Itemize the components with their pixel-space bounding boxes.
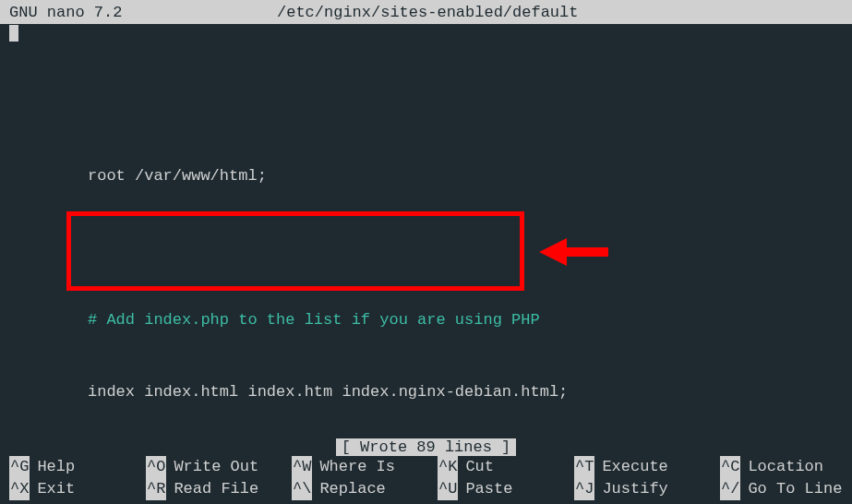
shortcut-label: Location: [748, 456, 823, 478]
shortcut-paste[interactable]: ^UPaste: [438, 478, 574, 500]
shortcut-label: Exit: [37, 478, 75, 500]
shortcut-where-is[interactable]: ^WWhere Is: [292, 456, 438, 478]
shortcut-write-out[interactable]: ^OWrite Out: [146, 456, 292, 478]
code-line: root /var/www/html;: [9, 164, 843, 188]
shortcut-label: Help: [37, 456, 75, 478]
comment-line: # Add index.php to the list if you are u…: [9, 308, 843, 332]
text-cursor: [9, 25, 18, 42]
file-path: /etc/nginx/sites-enabled/default: [277, 4, 843, 21]
app-name: GNU nano 7.2: [9, 4, 277, 21]
shortcut-go-to-line[interactable]: ^/Go To Line: [720, 478, 843, 500]
shortcut-label: Justify: [602, 478, 667, 500]
shortcut-label: Cut: [465, 456, 494, 478]
cursor-line: [0, 24, 852, 44]
shortcut-label: Read File: [174, 478, 258, 500]
title-bar: GNU nano 7.2 /etc/nginx/sites-enabled/de…: [0, 0, 852, 24]
status-bar: [ Wrote 89 lines ]: [0, 438, 852, 456]
shortcut-cut[interactable]: ^KCut: [438, 456, 574, 478]
shortcut-exit[interactable]: ^XExit: [9, 478, 146, 500]
shortcut-location[interactable]: ^CLocation: [720, 456, 843, 478]
shortcut-justify[interactable]: ^JJustify: [574, 478, 720, 500]
shortcut-execute[interactable]: ^TExecute: [574, 456, 720, 478]
status-message: [ Wrote 89 lines ]: [336, 438, 517, 456]
shortcut-label: Paste: [465, 478, 512, 500]
shortcut-label: Replace: [319, 478, 385, 500]
shortcut-help[interactable]: ^GHelp: [9, 456, 146, 478]
editor-content[interactable]: root /var/www/html; # Add index.php to t…: [0, 44, 852, 504]
code-line: index index.html index.htm index.nginx-d…: [9, 380, 843, 404]
shortcut-label: Go To Line: [748, 478, 842, 500]
shortcut-label: Where Is: [319, 456, 395, 478]
shortcuts-bar: ^GHelp ^OWrite Out ^WWhere Is ^KCut ^TEx…: [0, 456, 852, 504]
shortcut-replace[interactable]: ^\Replace: [292, 478, 438, 500]
shortcut-read-file[interactable]: ^RRead File: [146, 478, 292, 500]
shortcut-label: Execute: [602, 456, 667, 478]
shortcut-label: Write Out: [174, 456, 258, 478]
